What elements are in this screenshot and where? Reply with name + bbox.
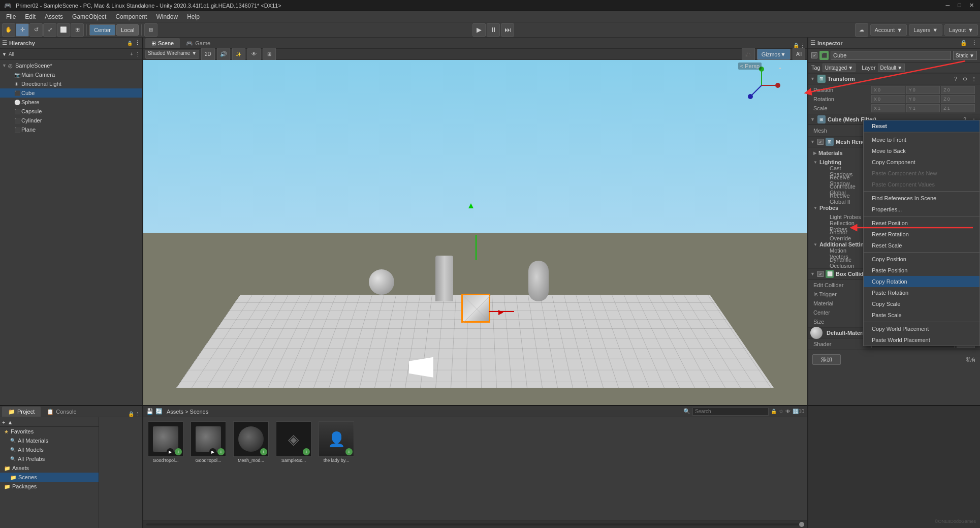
project-all-prefabs-item[interactable]: 🔍 All Prefabs [0, 454, 99, 463]
fx-toggle[interactable]: ✨ [232, 48, 245, 61]
object-name-input[interactable] [831, 51, 951, 60]
maximize-button[interactable]: □ [956, 2, 963, 9]
scale-z-input[interactable]: Z1 [941, 104, 975, 112]
hierarchy-item-dirlight[interactable]: ☀ Directional Light [0, 79, 142, 88]
asset-badge-4[interactable]: + [345, 448, 353, 455]
asset-play-btn-1[interactable]: ▶ [209, 448, 216, 455]
project-options-icon[interactable]: ⋮ [135, 411, 140, 417]
menu-edit[interactable]: Edit [21, 11, 40, 22]
hierarchy-item-scene[interactable]: ▼ ◎ SampleScene* [0, 61, 142, 70]
cloud-button[interactable]: ☁ [855, 23, 868, 37]
ctx-move-to-front[interactable]: Move to Front [864, 134, 979, 145]
ctx-paste-scale[interactable]: Paste Scale [864, 309, 979, 321]
project-add-btn[interactable]: + [2, 419, 5, 425]
project-up-btn[interactable]: ▲ [7, 419, 13, 425]
hierarchy-item-cylinder[interactable]: ⬛ Cylinder [0, 116, 142, 125]
center-toggle[interactable]: Center [89, 24, 115, 36]
viewport[interactable]: < Persp [143, 60, 807, 405]
ctx-reset-rot[interactable]: Reset Rotation [864, 229, 979, 240]
scale-tool-button[interactable]: ⤢ [43, 23, 56, 37]
project-scenes-item[interactable]: 📁 Scenes [0, 473, 99, 482]
rect-tool-button[interactable]: ⬜ [57, 23, 70, 37]
ctx-copy-rot[interactable]: Copy Rotation [864, 276, 979, 287]
ctx-reset-scale[interactable]: Reset Scale [864, 240, 979, 251]
ctx-reset[interactable]: Reset [864, 120, 979, 132]
account-dropdown[interactable]: Account ▼ [870, 24, 907, 36]
inspector-lock-icon[interactable]: 🔒 [960, 39, 968, 47]
sound-toggle[interactable]: 🔊 [217, 48, 230, 61]
transform-settings-icon[interactable]: ⚙ [961, 75, 969, 83]
position-x-input[interactable]: X0 [871, 86, 905, 94]
menu-window[interactable]: Window [152, 11, 182, 22]
hierarchy-item-plane[interactable]: ⬛ Plane [0, 125, 142, 134]
play-button[interactable]: ▶ [472, 23, 486, 37]
menu-component[interactable]: Component [111, 11, 151, 22]
console-tab[interactable]: 📋 Console [41, 407, 82, 417]
project-tab[interactable]: 📁 Project [2, 407, 41, 417]
ctx-copy-scale[interactable]: Copy Scale [864, 298, 979, 309]
ctx-copy-component[interactable]: Copy Component [864, 157, 979, 168]
asset-badge-2[interactable]: + [260, 448, 267, 455]
asset-item-4[interactable]: 👤 + the lady by... [316, 419, 357, 465]
game-tab[interactable]: 🎮 Game [180, 38, 216, 48]
ctx-move-to-back[interactable]: Move to Back [864, 145, 979, 157]
ctx-paste-rot[interactable]: Paste Rotation [864, 287, 979, 298]
project-lock-icon[interactable]: 🔒 [128, 411, 134, 417]
size-slider-thumb[interactable] [799, 522, 804, 527]
hierarchy-lock-icon[interactable]: 🔒 [127, 41, 133, 46]
project-assets-item[interactable]: 📁 Assets [0, 463, 99, 473]
2d-toggle[interactable]: 2D [201, 48, 215, 61]
ctx-find-refs[interactable]: Find References In Scene [864, 193, 979, 204]
transform-header[interactable]: ▼ ⊞ Transform ? ⚙ ⋮ [808, 73, 980, 84]
asset-item-2[interactable]: + Mesh_mod... [231, 419, 271, 465]
project-packages-item[interactable]: 📁 Packages [0, 482, 99, 491]
project-favorites-item[interactable]: ★ Favorites [0, 427, 99, 436]
rotation-z-input[interactable]: Z0 [941, 95, 975, 103]
scale-y-input[interactable]: Y1 [906, 104, 940, 112]
rotation-y-input[interactable]: Y0 [906, 95, 940, 103]
save-layout-icon[interactable]: 💾 [146, 408, 153, 415]
shading-mode-select[interactable]: Shaded Wireframe ▼ [145, 50, 199, 59]
hierarchy-item-maincamera[interactable]: 📷 Main Camera [0, 70, 142, 79]
add-component-button[interactable]: 添加 [812, 354, 841, 365]
layout-dropdown[interactable]: Layout ▼ [944, 24, 978, 36]
step-button[interactable]: ⏭ [501, 23, 514, 37]
grid-button[interactable]: ⊞ [144, 23, 157, 37]
rotation-x-input[interactable]: X0 [871, 95, 905, 103]
inspector-options-icon[interactable]: ⋮ [970, 39, 978, 47]
all-toggle[interactable]: All [793, 48, 805, 61]
asset-item-0[interactable]: ▶ + GoodTopol... [145, 419, 186, 465]
ctx-paste-world[interactable]: Paste World Placement [864, 334, 979, 346]
asset-play-btn-0[interactable]: ▶ [167, 448, 174, 455]
move-tool-button[interactable]: ✛ [16, 23, 29, 37]
ctx-reset-pos[interactable]: Reset Position [864, 218, 979, 229]
menu-gameobject[interactable]: GameObject [68, 11, 110, 22]
hierarchy-more-icon[interactable]: ⋮ [135, 51, 140, 57]
assets-search-input[interactable] [692, 408, 769, 416]
asset-item-1[interactable]: ▶ + GoodTopol... [188, 419, 229, 465]
pause-button[interactable]: ⏸ [487, 23, 500, 37]
object-enabled-checkbox[interactable]: ✓ [811, 52, 817, 58]
asset-badge-3[interactable]: + [303, 448, 310, 455]
transform-more-icon[interactable]: ⋮ [970, 75, 978, 83]
refresh-icon[interactable]: 🔄 [155, 408, 163, 415]
project-all-models-item[interactable]: 🔍 All Models [0, 445, 99, 454]
transform-combo-button[interactable]: ⊞ [71, 23, 84, 37]
grid-toggle[interactable]: ⊞ [263, 48, 276, 61]
position-y-input[interactable]: Y0 [906, 86, 940, 94]
hierarchy-item-capsule[interactable]: ⬛ Capsule [0, 107, 142, 116]
asset-badge-1[interactable]: + [217, 448, 225, 455]
menu-help[interactable]: Help [183, 11, 204, 22]
menu-file[interactable]: File [2, 11, 20, 22]
layer-select[interactable]: Default ▼ [878, 64, 905, 72]
asset-badge-0[interactable]: + [175, 448, 182, 455]
ctx-copy-world[interactable]: Copy World Placement [864, 323, 979, 334]
hidden-layers-btn[interactable]: 👁 [247, 48, 261, 61]
transform-help-icon[interactable]: ? [952, 75, 960, 83]
visibility-icon[interactable]: 👁 [785, 409, 791, 414]
position-z-input[interactable]: Z0 [941, 86, 975, 94]
gizmos-toggle[interactable]: Gizmos ▼ [757, 49, 791, 60]
hand-tool-button[interactable]: ✋ [2, 23, 15, 37]
rotate-tool-button[interactable]: ↺ [29, 23, 43, 37]
star-icon[interactable]: ☆ [779, 409, 783, 414]
